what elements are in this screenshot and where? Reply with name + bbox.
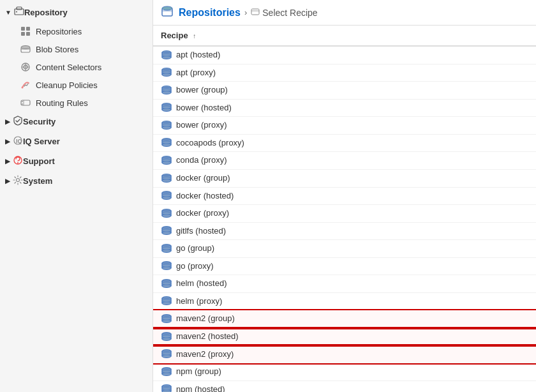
svg-point-18 [22,103,23,105]
table-row[interactable]: npm (hosted) [153,381,536,392]
sidebar-item-cleanup-policies[interactable]: Cleanup Policies [0,76,153,94]
table-row[interactable]: helm (proxy) [153,292,536,310]
db-icon [161,86,172,96]
table-row[interactable]: apt (hosted) [153,46,536,64]
repository-expand-arrow: ▼ [5,9,11,16]
db-icon [161,68,172,78]
breadcrumb: Repositories › Select Recipe [153,0,536,26]
svg-point-34 [162,54,171,56]
db-icon [161,279,172,289]
recipe-label: docker (group) [176,173,230,183]
db-icon [161,349,172,359]
sidebar-section-support-label: Support [23,156,55,166]
repository-icon [14,6,24,19]
table-row[interactable]: gitlfs (hosted) [153,222,536,240]
table-row[interactable]: maven2 (hosted) [153,328,536,346]
db-icon [161,244,172,254]
recipe-label: go (group) [176,243,214,253]
iq-expand-arrow: ▶ [5,138,10,145]
db-icon [161,191,172,201]
svg-point-118 [162,299,171,302]
table-row[interactable]: go (proxy) [153,257,536,275]
sidebar: ▼ Repository Repositories [0,0,153,392]
breadcrumb-current: Select Recipe [251,7,317,18]
recipe-label: conda (proxy) [176,155,227,165]
recipe-label: apt (hosted) [176,50,220,59]
sidebar-section-iq-label: IQ Server [23,137,60,146]
svg-point-17 [22,101,23,102]
svg-rect-15 [21,100,30,105]
sidebar-section-system[interactable]: ▶ System [0,171,153,191]
iq-server-icon: IQ [13,135,23,147]
svg-point-136 [162,352,171,355]
recipe-label: cocoapods (proxy) [176,138,244,147]
svg-point-25 [162,6,172,10]
db-icon [161,367,172,377]
sidebar-section-security[interactable]: ▶ Security [0,112,153,132]
sort-icon: ↑ [193,33,196,40]
recipe-label: docker (hosted) [176,191,234,200]
table-row[interactable]: conda (proxy) [153,152,536,170]
table-row[interactable]: docker (group) [153,169,536,187]
svg-point-2 [16,11,17,13]
db-icon [161,261,172,271]
svg-rect-27 [251,9,259,15]
routing-rules-icon [20,98,31,108]
db-icon [161,314,172,324]
table-row[interactable]: docker (proxy) [153,205,536,223]
breadcrumb-title[interactable]: Repositories [179,7,241,19]
db-icon [161,226,172,236]
security-icon [13,116,23,128]
sidebar-section-iq-server[interactable]: ▶ IQ IQ Server [0,132,153,151]
table-row[interactable]: bower (proxy) [153,117,536,135]
breadcrumb-current-icon [251,7,260,18]
blob-stores-icon [20,44,31,54]
sidebar-section-security-label: Security [23,117,56,126]
db-icon [161,384,172,392]
sidebar-item-content-selectors[interactable]: Content Selectors [0,58,153,76]
recipe-column-header[interactable]: Recipe ↑ [153,26,536,46]
recipe-label: apt (proxy) [176,68,216,77]
db-icon [161,296,172,306]
table-row[interactable]: docker (hosted) [153,187,536,205]
svg-point-148 [162,388,171,390]
svg-rect-4 [26,27,30,31]
sidebar-item-blob-stores[interactable]: Blob Stores [0,40,153,58]
db-icon [161,156,172,166]
table-row[interactable]: bower (hosted) [153,99,536,117]
sidebar-item-blob-stores-label: Blob Stores [36,45,78,54]
sidebar-item-routing-rules[interactable]: Routing Rules [0,94,153,112]
table-row[interactable]: maven2 (proxy) [153,345,536,363]
table-row[interactable]: bower (group) [153,82,536,100]
support-icon [13,155,23,167]
breadcrumb-icon [161,5,174,20]
svg-rect-6 [26,32,30,36]
table-row[interactable]: cocoapods (proxy) [153,134,536,152]
svg-point-70 [162,159,171,162]
table-row[interactable]: maven2 (group) [153,310,536,328]
sidebar-section-repository[interactable]: ▼ Repository [0,3,153,22]
svg-point-106 [162,264,171,267]
sidebar-item-repositories[interactable]: Repositories [0,22,153,40]
recipe-label: go (proxy) [176,261,214,271]
recipe-label: maven2 (proxy) [176,349,234,359]
recipe-label: bower (hosted) [176,103,232,112]
repositories-icon [20,26,31,36]
recipe-label: maven2 (hosted) [176,331,239,341]
sidebar-section-support[interactable]: ▶ Support [0,151,153,171]
svg-point-23 [17,179,20,182]
recipe-label: maven2 (group) [176,313,235,323]
table-row[interactable]: apt (proxy) [153,64,536,82]
table-row[interactable]: npm (group) [153,363,536,381]
db-icon [161,332,172,342]
main-content: Repositories › Select Recipe Recipe ↑ [153,0,536,392]
security-expand-arrow: ▶ [5,118,10,125]
sidebar-item-cleanup-policies-label: Cleanup Policies [36,80,98,90]
svg-point-130 [162,335,171,338]
table-row[interactable]: go (group) [153,240,536,258]
svg-point-14 [22,87,24,89]
svg-rect-3 [21,27,25,31]
svg-point-58 [162,124,171,126]
svg-point-8 [21,46,30,49]
table-row[interactable]: helm (hosted) [153,275,536,293]
